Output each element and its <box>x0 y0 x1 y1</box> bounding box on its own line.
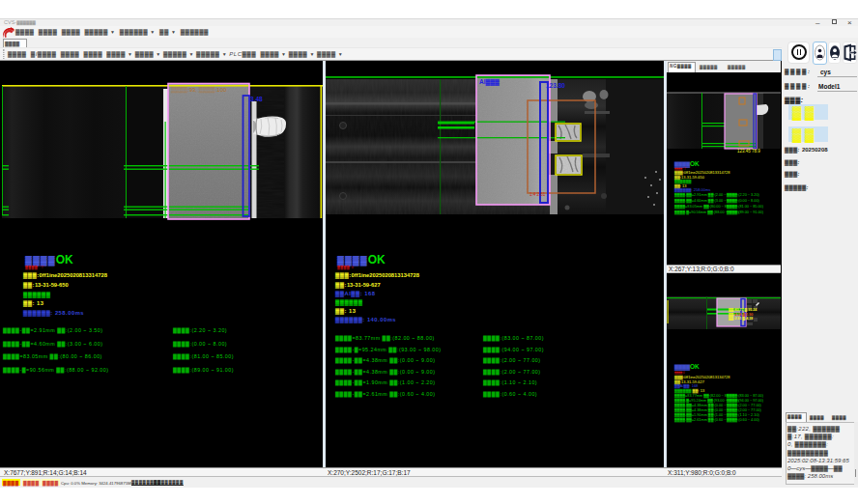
svg-text:▓▓▓▓OK: ▓▓▓▓OK <box>674 363 700 371</box>
svg-text:▓▓:83.77 ▓:95.24: ▓▓:83.77 ▓:95.24 <box>729 307 757 312</box>
svg-text:3.48: 3.48 <box>250 96 263 102</box>
svg-text:▓▓:4.38 ▓:1.90: ▓▓:4.38 ▓:1.90 <box>729 312 753 317</box>
svg-text:123.45 78.9: 123.45 78.9 <box>737 149 760 154</box>
svg-text:▓▓:2.61 ▓:4.38: ▓▓:2.61 ▓:4.38 <box>729 316 753 321</box>
svg-text:▒▒▒▒:93, ▒▒▒▒:100: ▒▒▒▒:93, ▒▒▒▒:100 <box>171 87 227 94</box>
svg-text:AI▓▓▓: AI▓▓▓ <box>479 78 500 86</box>
svg-text:123.80: 123.80 <box>546 82 565 89</box>
svg-text:1.4 2.61: 1.4 2.61 <box>529 192 546 197</box>
